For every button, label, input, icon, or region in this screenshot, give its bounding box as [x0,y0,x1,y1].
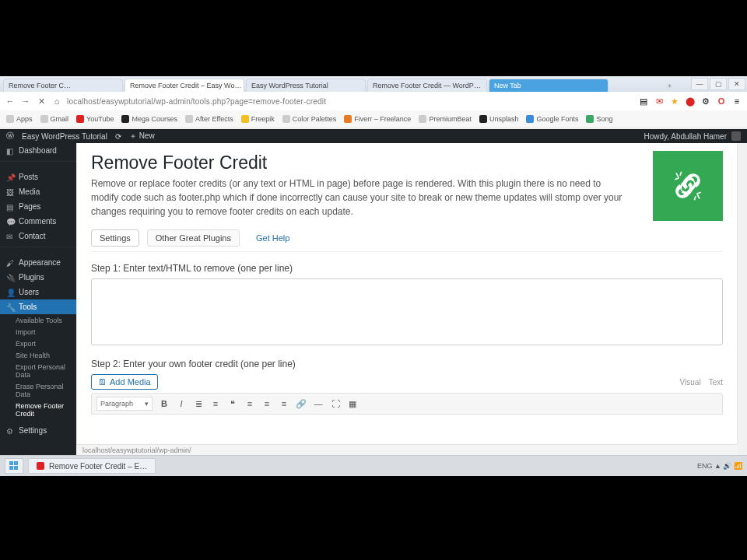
tab-text[interactable]: Text [709,378,723,387]
bookmark-label: Gmail [51,115,69,123]
readmore-icon[interactable]: — [313,398,324,409]
submenu-item[interactable]: Site Health [16,351,76,360]
bookmark[interactable]: Unsplash [479,115,519,123]
tab-settings[interactable]: Settings [91,229,139,247]
bookmark[interactable]: PremiumBeat [419,115,472,123]
bullet-list-icon[interactable]: ≣ [193,398,204,409]
chevron-down-icon: ▾ [145,400,149,408]
new-content[interactable]: ＋ New [129,131,155,142]
user-icon: 👤 [6,289,14,296]
start-button[interactable] [5,458,23,474]
align-left-icon[interactable]: ≡ [244,398,255,409]
browser-tab-active[interactable]: Remove Footer Credit – Easy Wo… [124,79,244,92]
toolbar-toggle-icon[interactable]: ▦ [347,398,358,409]
bookmark[interactable]: Google Fonts [526,115,578,123]
submenu-item[interactable]: Erase Personal Data [16,382,76,399]
align-right-icon[interactable]: ≡ [279,398,289,409]
sidebar-item-appearance[interactable]: 🖌Appearance [0,255,76,270]
url-field[interactable]: localhost/easywptutorial/wp-admin/tools.… [67,97,633,106]
submenu-item[interactable]: Available Tools [16,316,76,325]
bookmark-label: Google Fonts [536,115,578,123]
sidebar-item-media[interactable]: 🖼Media [0,184,76,199]
bookmark[interactable]: Apps [6,115,33,123]
quote-icon[interactable]: ❝ [227,398,238,409]
bookmark[interactable]: Mega Courses [121,115,177,123]
bookmark-label: Color Palettes [293,115,337,123]
forward-icon[interactable]: → [20,96,31,107]
plugin-tabs: Settings Other Great Plugins Get Help [91,229,723,252]
sidebar-item-dashboard[interactable]: ◧Dashboard [0,143,76,158]
numbered-list-icon[interactable]: ≡ [210,398,221,409]
submenu-item-current[interactable]: Remove Footer Credit [16,401,76,418]
menu-icon[interactable]: ≡ [731,96,742,107]
bookmark[interactable]: Song [586,115,612,123]
sidebar-item-comments[interactable]: 💬Comments [0,214,76,229]
tab-get-help[interactable]: Get Help [247,229,298,247]
wp-admin: ⓦ Easy WordPress Tutorial ⟳ ＋ New Howdy,… [0,129,747,476]
extension-icon[interactable]: ⚙ [700,96,711,107]
align-center-icon[interactable]: ≡ [261,398,272,409]
bookmark[interactable]: YouTube [76,115,114,123]
editor-toolbar: Paragraph▾ B I ≣ ≡ ❝ ≡ ≡ ≡ 🔗 — ⛶ ▦ [91,393,723,415]
sidebar-item-label: Tools [19,303,37,311]
submenu-item[interactable]: Import [16,327,76,337]
minimize-button[interactable]: — [691,78,708,90]
sidebar-item-label: Media [19,187,40,196]
page-intro: Remove or replace footer credits (or any… [91,177,630,219]
bold-icon[interactable]: B [159,398,170,409]
system-tray[interactable]: ENG ▲ 🔊 📶 [697,462,742,470]
sidebar-item-settings[interactable]: ⚙Settings [0,423,76,438]
submenu-item[interactable]: Export [16,339,76,348]
bookmark[interactable]: Color Palettes [282,115,337,123]
sidebar-item-tools[interactable]: 🔧Tools [0,299,76,314]
comment-icon: 💬 [6,218,14,226]
close-button[interactable]: ✕ [728,78,745,90]
italic-icon[interactable]: I [176,398,187,409]
remove-text-input[interactable] [91,278,723,345]
tab-other-plugins[interactable]: Other Great Plugins [147,229,240,247]
sidebar-item-posts[interactable]: 📌Posts [0,170,76,184]
media-icon: 🖼 [6,188,14,196]
bookmark-label: PremiumBeat [429,115,472,123]
sidebar-item-label: Settings [19,426,47,435]
bookmark[interactable]: Freepik [241,115,275,123]
link-icon[interactable]: 🔗 [296,398,307,409]
format-select[interactable]: Paragraph▾ [96,397,153,411]
extension-icon[interactable]: ★ [669,96,680,107]
tab-visual[interactable]: Visual [680,378,701,387]
maximize-button[interactable]: ▢ [710,78,727,90]
extension-icon[interactable]: ▤ [638,96,649,107]
extension-icon[interactable]: ✉ [654,96,665,107]
bookmark-label: YouTube [86,115,114,123]
browser-tab[interactable]: Easy WordPress Tutorial [246,79,366,92]
home-icon[interactable]: ⌂ [51,96,62,107]
fullscreen-icon[interactable]: ⛶ [330,398,341,409]
submenu-item[interactable]: Export Personal Data [16,362,76,380]
wp-logo-icon[interactable]: ⓦ [6,131,14,142]
user-greeting[interactable]: Howdy, Abdullah Hamer [644,132,727,141]
browser-tab[interactable]: Remove Footer Credit — WordP… [367,79,487,92]
opera-menu-icon[interactable]: O [716,96,727,107]
svg-rect-1 [14,461,18,465]
sidebar-item-contact[interactable]: ✉Contact [0,229,76,243]
sidebar-item-pages[interactable]: ▤Pages [0,199,76,214]
sidebar-item-label: Pages [19,202,40,211]
taskbar-app[interactable]: Remove Footer Credit – E… [28,458,156,474]
wrench-icon: 🔧 [6,303,14,311]
site-name[interactable]: Easy WordPress Tutorial [22,132,107,141]
sidebar-item-plugins[interactable]: 🔌Plugins [0,270,76,285]
browser-tab[interactable]: Remove Footer C… [3,79,123,92]
stop-reload-icon[interactable]: ✕ [36,96,47,107]
browser-tab[interactable]: New Tab [489,79,608,92]
back-icon[interactable]: ← [5,96,16,107]
updates-icon[interactable]: ⟳ [115,132,121,141]
bookmark[interactable]: Gmail [40,115,69,123]
opera-icon [37,462,44,470]
sidebar-item-users[interactable]: 👤Users [0,285,76,299]
tools-submenu: Available Tools Import Export Site Healt… [0,314,76,423]
extension-icon[interactable]: ⬤ [685,96,696,107]
add-media-button[interactable]: 🖻 Add Media [91,374,158,390]
bookmark[interactable]: After Effects [185,115,233,123]
bookmark[interactable]: Fiverr – Freelance [344,115,411,123]
svg-rect-3 [14,466,18,470]
